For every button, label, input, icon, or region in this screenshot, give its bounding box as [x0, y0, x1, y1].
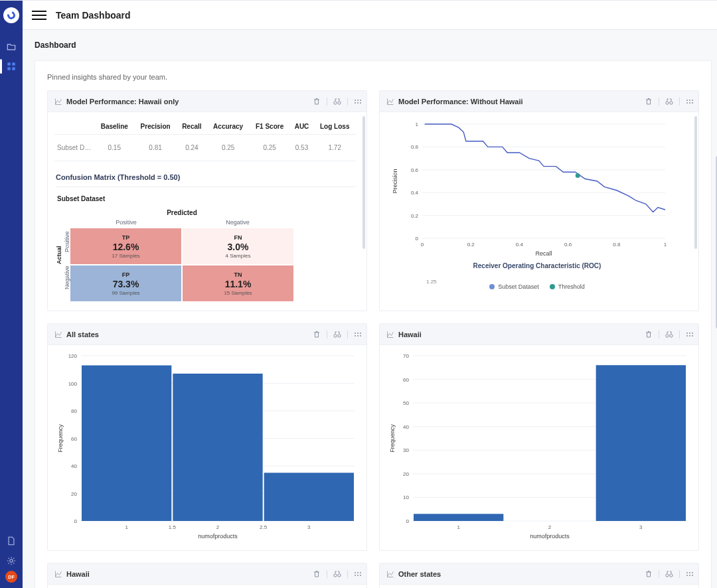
view-button[interactable]	[333, 569, 342, 579]
col-precision: Precision	[134, 119, 177, 135]
drag-handle[interactable]	[685, 97, 694, 106]
delete-button[interactable]	[644, 569, 653, 579]
view-button[interactable]	[665, 330, 674, 339]
svg-point-57	[670, 334, 673, 336]
scrollbar[interactable]	[694, 116, 697, 295]
svg-point-82	[334, 573, 337, 576]
delete-button[interactable]	[644, 97, 653, 106]
view-button[interactable]	[665, 97, 674, 106]
document-icon	[7, 536, 16, 546]
svg-text:0: 0	[406, 518, 410, 524]
svg-text:20: 20	[71, 491, 77, 497]
brand-logo[interactable]	[3, 7, 19, 23]
cm-heading: Confusion Matrix (Threshold = 0.50)	[56, 173, 356, 187]
card-title: Hawaii	[66, 570, 90, 578]
binoculars-icon	[333, 571, 341, 577]
svg-text:1: 1	[125, 524, 128, 530]
delete-button[interactable]	[312, 569, 321, 579]
trash-icon	[645, 331, 653, 338]
delete-button[interactable]	[644, 330, 653, 339]
svg-text:1.5: 1.5	[169, 524, 177, 530]
chart-icon	[54, 331, 62, 338]
sidebar-item-dashboard[interactable]	[0, 56, 23, 76]
svg-text:Frequency: Frequency	[57, 424, 64, 453]
grip-icon	[355, 571, 361, 577]
cm-row-negative: Negative	[64, 259, 70, 295]
delete-button[interactable]	[312, 97, 321, 106]
svg-text:0.4: 0.4	[516, 242, 524, 248]
card-model-perf-no-hawaii: Model Performance: Without Hawaii	[379, 90, 699, 311]
svg-rect-0	[7, 62, 10, 65]
sidebar-item-settings[interactable]	[0, 551, 23, 571]
svg-text:Recall: Recall	[535, 250, 552, 257]
scrollbar[interactable]	[362, 116, 365, 295]
svg-text:2: 2	[548, 524, 552, 530]
grip-icon	[686, 571, 693, 577]
svg-text:0.8: 0.8	[411, 144, 419, 150]
subset-title: Subset Dataset	[57, 195, 356, 202]
col-f1: F1 Score	[250, 119, 290, 135]
drag-handle[interactable]	[353, 569, 362, 579]
svg-text:0: 0	[416, 236, 419, 242]
svg-text:1: 1	[664, 242, 667, 248]
avatar[interactable]: DF	[5, 571, 17, 583]
svg-rect-2	[7, 67, 10, 70]
drag-handle[interactable]	[353, 330, 362, 339]
folder-icon	[7, 42, 16, 51]
sidebar-item-files[interactable]	[0, 37, 23, 56]
view-button[interactable]	[665, 569, 674, 579]
cm-col-positive: Positive	[70, 219, 182, 226]
sidebar-item-docs[interactable]	[0, 531, 23, 551]
col-baseline: Baseline	[95, 119, 134, 135]
chart-icon	[54, 98, 62, 106]
grid-icon	[7, 62, 16, 71]
cm-cell-fn: FN3.0%4 Samples	[183, 228, 293, 264]
row-label: Subset D…	[54, 135, 95, 161]
drag-handle[interactable]	[353, 97, 362, 106]
svg-point-6	[338, 101, 341, 104]
menu-button[interactable]	[32, 8, 46, 23]
svg-point-31	[338, 334, 341, 336]
svg-point-5	[334, 101, 337, 104]
binoculars-icon	[665, 331, 673, 338]
svg-text:Precision: Precision	[392, 169, 398, 193]
svg-text:0.6: 0.6	[564, 242, 572, 248]
drag-handle[interactable]	[685, 330, 694, 339]
svg-rect-48	[264, 473, 354, 521]
svg-text:2: 2	[216, 524, 220, 530]
card-model-perf-hawaii: Model Performance: Hawaii only	[47, 90, 367, 311]
svg-text:numofproducts: numofproducts	[198, 533, 238, 540]
metrics-table: Baseline Precision Recall Accuracy F1 Sc…	[54, 119, 356, 161]
svg-text:1: 1	[457, 524, 460, 530]
grip-icon	[686, 98, 693, 105]
col-recall: Recall	[177, 119, 206, 135]
svg-text:0: 0	[74, 518, 78, 524]
svg-text:3: 3	[307, 524, 311, 530]
pinned-description: Pinned insights shared by your team.	[47, 73, 699, 81]
cm-cell-fp: FP73.3%99 Samples	[70, 265, 181, 301]
svg-text:Frequency: Frequency	[389, 424, 396, 453]
drag-handle[interactable]	[685, 569, 694, 579]
view-button[interactable]	[333, 97, 342, 106]
cm-actual-axis: Actual	[54, 209, 64, 301]
svg-text:50: 50	[403, 400, 409, 406]
delete-button[interactable]	[312, 330, 321, 339]
svg-text:0.2: 0.2	[411, 213, 419, 219]
svg-text:40: 40	[71, 463, 77, 469]
svg-rect-1	[12, 62, 15, 65]
card-hawaii: Hawaii 010203040506070123numofproductsFr…	[379, 323, 699, 551]
grip-icon	[355, 331, 361, 338]
card-all-states: All states 02040608010012011.522.53numof…	[47, 323, 367, 551]
svg-text:40: 40	[403, 424, 409, 430]
svg-point-83	[338, 573, 341, 576]
view-button[interactable]	[333, 330, 342, 339]
table-row: Subset D… 0.15 0.81 0.24 0.25 0.25 0.53 …	[54, 135, 356, 161]
svg-text:1: 1	[416, 121, 419, 127]
svg-rect-46	[82, 366, 171, 521]
col-auc: AUC	[290, 119, 314, 135]
grip-icon	[355, 98, 361, 105]
cm-cell-tn: TN11.1%15 Samples	[183, 265, 293, 301]
legend-threshold: Threshold	[550, 283, 585, 290]
svg-rect-3	[12, 67, 15, 70]
cm-cell-tp: TP12.6%17 Samples	[70, 228, 181, 264]
